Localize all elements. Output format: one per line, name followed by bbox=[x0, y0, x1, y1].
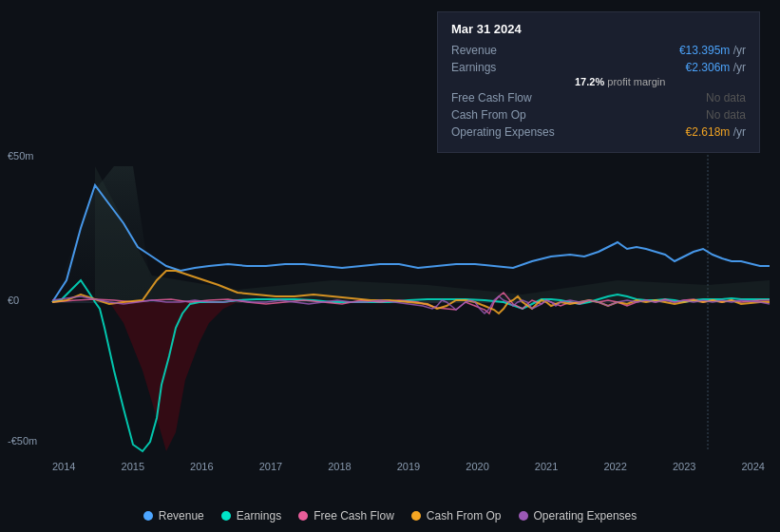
legend-dot-opex bbox=[519, 511, 528, 521]
tooltip-label-revenue: Revenue bbox=[451, 44, 575, 57]
x-label-2023: 2023 bbox=[673, 461, 695, 472]
y-label-zero: €0 bbox=[8, 294, 19, 306]
legend-label-earnings: Earnings bbox=[237, 509, 281, 522]
legend-item-opex[interactable]: Operating Expenses bbox=[519, 509, 637, 522]
legend-dot-revenue bbox=[143, 511, 153, 521]
tooltip-label-cashfromop: Cash From Op bbox=[451, 108, 575, 122]
tooltip-date: Mar 31 2024 bbox=[451, 22, 746, 36]
tooltip-value-earnings: €2.306m /yr bbox=[686, 61, 746, 74]
legend-item-revenue[interactable]: Revenue bbox=[143, 509, 204, 522]
x-label-2021: 2021 bbox=[535, 461, 558, 472]
tooltip-row-fcf: Free Cash Flow No data bbox=[451, 91, 746, 104]
x-label-2019: 2019 bbox=[397, 461, 420, 472]
tooltip-row-revenue: Revenue €13.395m /yr bbox=[451, 44, 746, 57]
tooltip-value-opex: €2.618m /yr bbox=[686, 125, 746, 139]
legend-dot-cashfromop bbox=[411, 511, 421, 521]
tooltip-row-earnings: Earnings €2.306m /yr bbox=[451, 61, 746, 74]
tooltip-value-fcf: No data bbox=[706, 91, 746, 104]
y-label-top: €50m bbox=[8, 150, 34, 162]
legend-dot-fcf bbox=[298, 511, 308, 521]
tooltip-row-opex: Operating Expenses €2.618m /yr bbox=[451, 125, 746, 139]
tooltip-box: Mar 31 2024 Revenue €13.395m /yr Earning… bbox=[437, 11, 760, 153]
x-label-2017: 2017 bbox=[259, 461, 282, 472]
legend-item-earnings[interactable]: Earnings bbox=[221, 509, 281, 522]
tooltip-label-opex: Operating Expenses bbox=[451, 125, 575, 139]
x-label-2022: 2022 bbox=[603, 461, 626, 472]
legend-label-revenue: Revenue bbox=[159, 509, 204, 522]
tooltip-sub-earnings: 17.2% profit margin bbox=[451, 76, 746, 87]
y-label-bottom: -€50m bbox=[8, 435, 37, 446]
legend-label-fcf: Free Cash Flow bbox=[314, 509, 394, 522]
x-label-2014: 2014 bbox=[52, 461, 75, 472]
legend-dot-earnings bbox=[221, 511, 231, 521]
tooltip-value-revenue: €13.395m /yr bbox=[679, 44, 746, 57]
x-label-2015: 2015 bbox=[122, 461, 144, 472]
legend: Revenue Earnings Free Cash Flow Cash Fro… bbox=[0, 509, 780, 522]
tooltip-label-fcf: Free Cash Flow bbox=[451, 91, 575, 104]
legend-label-cashfromop: Cash From Op bbox=[427, 509, 502, 522]
tooltip-value-cashfromop: No data bbox=[706, 108, 746, 122]
tooltip-label-earnings: Earnings bbox=[451, 61, 575, 74]
x-label-2020: 2020 bbox=[466, 461, 488, 472]
tooltip-row-cashfromop: Cash From Op No data bbox=[451, 108, 746, 122]
x-axis: 2014 2015 2016 2017 2018 2019 2020 2021 … bbox=[52, 461, 765, 472]
legend-item-cashfromop[interactable]: Cash From Op bbox=[411, 509, 502, 522]
legend-label-opex: Operating Expenses bbox=[534, 509, 637, 522]
legend-item-fcf[interactable]: Free Cash Flow bbox=[298, 509, 394, 522]
x-label-2018: 2018 bbox=[328, 461, 351, 472]
x-label-2024: 2024 bbox=[741, 461, 764, 472]
x-label-2016: 2016 bbox=[190, 461, 213, 472]
